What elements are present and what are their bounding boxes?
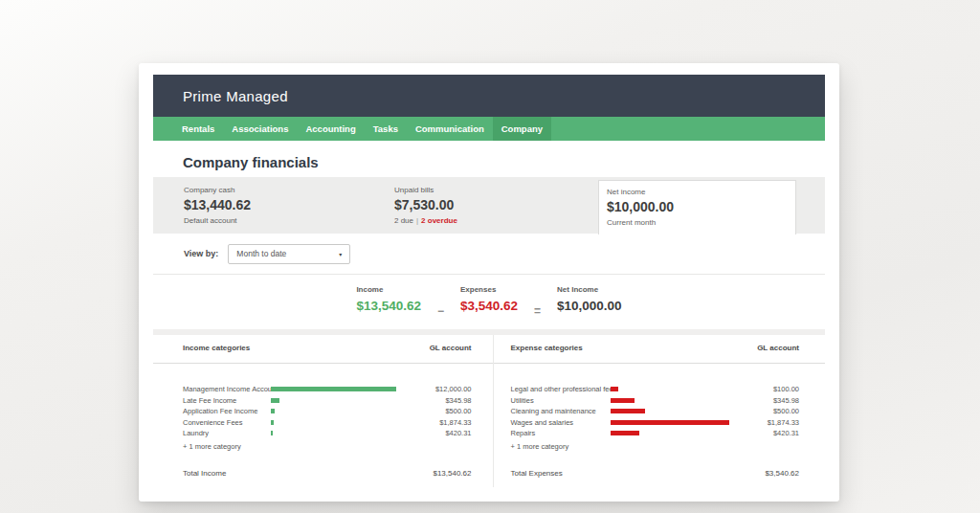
bar-area	[271, 387, 405, 391]
sub-separator: |	[416, 216, 418, 225]
app-header: Prime Managed	[153, 75, 825, 117]
summary-income: Income $13,540.62	[356, 285, 421, 320]
row-amount: $1,874.33	[405, 418, 472, 427]
net-income-sub: Current month	[607, 218, 795, 227]
company-cash-label: Company cash	[184, 186, 251, 194]
income-rows: Management Income Account $12,000.00 Lat…	[183, 384, 472, 451]
row-label: Laundry	[183, 429, 271, 437]
table-row: Convenience Fees $1,874.33	[183, 417, 472, 429]
income-bar	[271, 431, 273, 435]
bar-area	[271, 398, 405, 403]
row-label: Cleaning and maintenance	[511, 407, 611, 415]
total-expenses-amount: $3,540.62	[765, 469, 799, 478]
row-label: Convenience Fees	[183, 418, 271, 427]
expense-bar	[611, 431, 639, 435]
nav-tab-company[interactable]: Company	[493, 117, 551, 141]
row-amount: $100.00	[732, 385, 799, 393]
row-label: Repairs	[511, 429, 611, 437]
table-row: Cleaning and maintenance $500.00	[511, 406, 800, 417]
summary-expenses-value: $3,540.62	[460, 299, 518, 313]
summary-expenses-label: Expenses	[460, 285, 518, 294]
expense-table: Expense categories GL account Legal and …	[493, 335, 826, 487]
bar-area	[611, 387, 733, 391]
income-categories-header: Income categories	[183, 344, 250, 352]
chevron-down-icon: ▾	[339, 251, 342, 257]
row-amount: $420.31	[732, 429, 799, 437]
row-amount: $500.00	[732, 407, 799, 415]
row-amount: $500.00	[405, 407, 472, 415]
company-cash-sub: Default account	[184, 216, 251, 225]
table-row: Repairs $420.31	[511, 428, 800, 439]
nav-tab-communication[interactable]: Communication	[407, 117, 493, 141]
summary-net-income-label: Net Income	[557, 285, 622, 294]
income-bar	[271, 398, 279, 403]
summary-net-income-value: $10,000.00	[557, 299, 622, 313]
bar-area	[271, 409, 405, 413]
expense-total-row: Total Expenses $3,540.62	[511, 469, 800, 487]
summary-income-label: Income	[356, 285, 421, 294]
app-frame: Prime Managed Rentals Associations Accou…	[153, 75, 825, 488]
income-more-categories-link[interactable]: + 1 more category	[183, 442, 472, 451]
row-label: Utilities	[511, 396, 611, 405]
net-income-label: Net income	[607, 188, 795, 196]
app-window: Prime Managed Rentals Associations Accou…	[139, 63, 839, 502]
expense-more-categories-link[interactable]: + 1 more category	[511, 442, 800, 451]
nav-tab-rentals[interactable]: Rentals	[173, 117, 223, 141]
table-row: Legal and other professional fees $100.0…	[511, 384, 800, 395]
expense-bar	[611, 387, 618, 391]
app-title: Prime Managed	[183, 88, 288, 104]
overdue-count[interactable]: 2 overdue	[421, 216, 457, 225]
row-amount: $1,874.33	[732, 418, 799, 427]
bar-area	[271, 431, 405, 435]
table-row: Laundry $420.31	[183, 428, 472, 439]
row-label: Management Income Account	[183, 385, 271, 393]
summary-band: Income $13,540.62 − Expenses $3,540.62 =…	[153, 274, 825, 329]
unpaid-bills-label: Unpaid bills	[394, 186, 457, 194]
due-count: 2 due	[394, 216, 413, 225]
row-label: Late Fee Income	[183, 396, 271, 405]
net-income-value: $10,000.00	[607, 199, 795, 214]
income-table: Income categories GL account Management …	[153, 335, 493, 487]
row-label: Legal and other professional fees	[511, 385, 611, 393]
income-bar	[271, 420, 274, 425]
bar-area	[611, 420, 733, 425]
viewby-row: View by: Month to date ▾	[153, 234, 825, 274]
bar-area	[611, 409, 733, 413]
table-row: Wages and salaries $1,874.33	[511, 417, 800, 429]
expense-bar	[611, 420, 729, 425]
unpaid-bills-value: $7,530.00	[394, 197, 457, 212]
summary-net-income: Net Income $10,000.00	[557, 285, 622, 320]
row-label: Wages and salaries	[511, 418, 611, 427]
summary-expenses: Expenses $3,540.62	[460, 285, 518, 320]
income-bar	[271, 387, 396, 391]
unpaid-bills-tile[interactable]: Unpaid bills $7,530.00 2 due|2 overdue	[394, 186, 457, 225]
period-select[interactable]: Month to date ▾	[228, 244, 350, 264]
nav-tab-tasks[interactable]: Tasks	[365, 117, 407, 141]
row-amount: $420.31	[405, 429, 472, 437]
expense-rows: Legal and other professional fees $100.0…	[511, 384, 800, 451]
page-title: Company financials	[183, 154, 319, 170]
row-label: Application Fee Income	[183, 407, 271, 415]
main-nav: Rentals Associations Accounting Tasks Co…	[153, 117, 825, 141]
net-income-tile-selected[interactable]: Net income $10,000.00 Current month	[598, 180, 796, 234]
row-amount: $12,000.00	[405, 385, 472, 393]
expense-bar	[611, 409, 645, 413]
total-income-label: Total Income	[183, 469, 226, 478]
viewby-label: View by:	[184, 249, 218, 258]
bar-area	[611, 398, 733, 403]
nav-tab-associations[interactable]: Associations	[223, 117, 297, 141]
table-row: Management Income Account $12,000.00	[183, 384, 472, 395]
nav-tab-accounting[interactable]: Accounting	[297, 117, 364, 141]
page-head: Company financials	[153, 141, 825, 177]
income-table-header: Income categories GL account	[183, 344, 472, 352]
income-total-row: Total Income $13,540.62	[183, 469, 472, 487]
income-bar	[271, 409, 275, 413]
bar-area	[271, 420, 405, 425]
row-amount: $345.98	[732, 396, 799, 405]
company-cash-tile[interactable]: Company cash $13,440.62 Default account	[184, 186, 251, 225]
total-income-amount: $13,540.62	[433, 469, 471, 478]
equals-operator: =	[534, 285, 541, 320]
bar-area	[611, 431, 733, 435]
expense-table-header: Expense categories GL account	[511, 344, 800, 352]
unpaid-bills-sub: 2 due|2 overdue	[394, 216, 457, 225]
